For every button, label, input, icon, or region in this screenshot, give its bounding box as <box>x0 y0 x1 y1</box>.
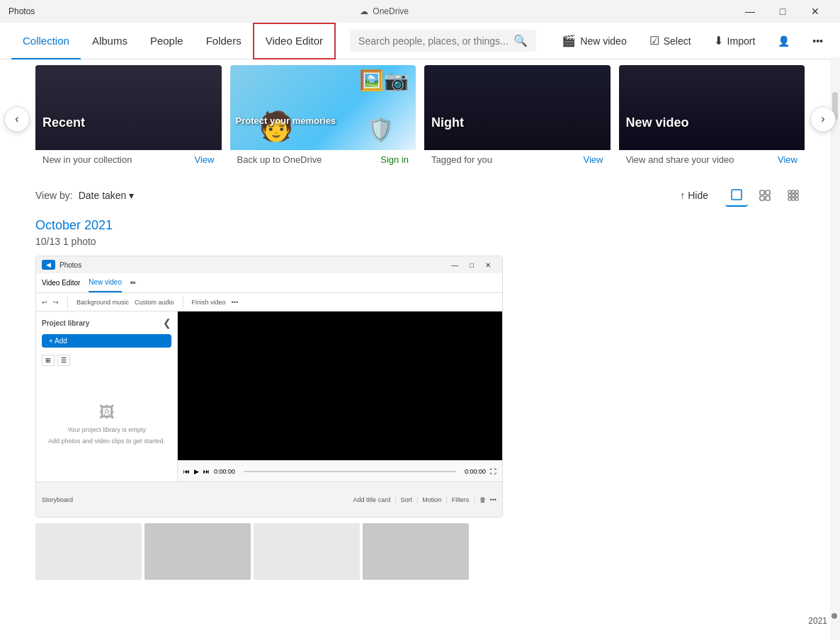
view-single-button[interactable] <box>725 184 748 207</box>
view-small-button[interactable] <box>782 184 805 207</box>
svg-rect-0 <box>732 190 742 200</box>
minimize-button[interactable]: — <box>734 0 766 23</box>
toolbar-row: View by: Date taken ▾ ↑ Hide <box>0 178 840 210</box>
prev-arrow[interactable]: ‹ <box>4 106 30 132</box>
ss-time-start: 0:00:00 <box>214 468 235 475</box>
svg-rect-6 <box>792 190 795 193</box>
card-subtitle-protect: Back up to OneDrive <box>237 154 322 165</box>
ss-add-title-card: Add title card <box>353 496 391 503</box>
date-info: 10/13 1 photo <box>35 236 805 247</box>
tab-albums[interactable]: Albums <box>81 23 139 59</box>
card-link-new-video[interactable]: View <box>778 154 798 165</box>
svg-rect-3 <box>760 196 764 200</box>
tab-video-editor[interactable]: Video Editor <box>253 23 336 59</box>
import-button[interactable]: ⬇ Import <box>708 31 761 50</box>
ss-more-icon: ••• <box>232 299 238 306</box>
featured-card-protect[interactable]: 🧑 🖼️📷 🛡️ Protect your memories Back up t… <box>230 65 416 178</box>
ss-storyboard-more: ••• <box>490 496 496 503</box>
screenshot-card: ◀ Photos — □ ✕ Video Editor New video ✏ … <box>35 256 503 518</box>
ss-delete-icon: 🗑 <box>479 496 486 503</box>
ss-empty-sub: Add photos and video clips to get starte… <box>48 438 165 445</box>
card-link-night[interactable]: View <box>584 154 603 165</box>
view-by-label: View by: <box>35 190 73 201</box>
ss-preview: ⏮ ▶ ⏭ 0:00:00 0:00:00 ⛶ <box>178 312 502 481</box>
featured-card-recent[interactable]: Recent New in your collection View <box>35 65 222 178</box>
year-dot <box>832 613 837 619</box>
shield-illustration: 🛡️ <box>366 116 395 143</box>
next-arrow[interactable]: › <box>810 106 836 132</box>
ss-back-btn: ◀ <box>42 260 55 270</box>
svg-rect-7 <box>795 190 798 193</box>
ss-skip-fwd-icon: ⏭ <box>203 468 210 475</box>
import-label: Import <box>727 35 756 47</box>
ss-body: Project library ❮ + Add ⊞ ☰ 🖼 Your proje… <box>36 312 502 481</box>
ss-time-end: 0:00:00 <box>465 468 486 475</box>
photo-thumb-3[interactable] <box>254 523 360 580</box>
title-bar: Photos ☁ OneDrive — □ ✕ <box>0 0 840 23</box>
month-label[interactable]: October 2021 <box>35 218 805 233</box>
card-subtitle-new-video: View and share your video <box>626 154 734 165</box>
ss-redo-icon: ↪ <box>53 299 59 306</box>
date-taken-select[interactable]: Date taken ▾ <box>79 190 135 201</box>
photo-thumb-1[interactable] <box>35 523 142 580</box>
svg-rect-10 <box>795 194 798 197</box>
tab-collection[interactable]: Collection <box>11 23 81 59</box>
photo-thumb-4[interactable] <box>363 523 469 580</box>
card-title-recent: Recent <box>42 115 85 130</box>
close-button[interactable]: ✕ <box>799 0 832 23</box>
svg-rect-8 <box>788 194 791 197</box>
svg-rect-9 <box>792 194 795 197</box>
photo-thumb-2[interactable] <box>144 523 251 580</box>
card-link-recent[interactable]: View <box>195 154 215 165</box>
ss-finish-video: Finish video <box>192 299 226 306</box>
title-bar-controls: — □ ✕ <box>734 0 832 23</box>
ss-video-preview <box>178 312 502 460</box>
more-button[interactable]: ••• <box>807 33 829 50</box>
ss-minimize: — <box>445 261 464 269</box>
ss-nav-video-editor: Video Editor <box>42 279 80 287</box>
account-icon: 👤 <box>778 35 790 47</box>
svg-rect-1 <box>760 190 764 195</box>
year-label: 2021 <box>808 616 827 626</box>
featured-card-night[interactable]: Night Tagged for you View <box>424 65 611 178</box>
new-video-label: New video <box>580 35 626 47</box>
select-icon: ☑ <box>649 34 659 47</box>
tab-people[interactable]: People <box>139 23 195 59</box>
ss-add-label: + Add <box>49 337 67 345</box>
maximize-button[interactable]: □ <box>766 0 799 23</box>
account-button[interactable]: 👤 <box>772 33 795 50</box>
featured-card-new-video[interactable]: New video View and share your video View <box>619 65 805 178</box>
search-bar[interactable]: 🔍 <box>350 30 536 52</box>
ss-sidebar-title: Project library <box>42 319 89 327</box>
tab-folders[interactable]: Folders <box>195 23 253 59</box>
ss-empty-state: 🖼 Your project library is empty Add phot… <box>42 372 171 476</box>
ss-sidebar: Project library ❮ + Add ⊞ ☰ 🖼 Your proje… <box>36 312 178 481</box>
ss-playback-controls: ⏮ ▶ ⏭ 0:00:00 0:00:00 ⛶ <box>178 460 502 481</box>
ss-empty-icon: 🖼 <box>99 404 115 422</box>
import-icon: ⬇ <box>714 34 723 47</box>
card-title-night: Night <box>431 115 464 130</box>
ss-edit-icon: ✏ <box>130 279 136 287</box>
ss-maximize: □ <box>464 261 479 269</box>
view-medium-button[interactable] <box>754 184 776 207</box>
svg-rect-12 <box>792 198 795 200</box>
select-button[interactable]: ☑ Select <box>644 31 697 50</box>
date-taken-label: Date taken <box>79 190 127 201</box>
new-video-button[interactable]: 🎬 New video <box>556 31 632 50</box>
ss-list-view: ☰ <box>57 355 70 366</box>
right-scrollbar[interactable] <box>830 57 840 640</box>
hide-button[interactable]: ↑ Hide <box>680 190 708 201</box>
onedrive-label: OneDrive <box>373 6 409 16</box>
ss-empty-label: Your project library is empty <box>67 426 146 433</box>
ss-storyboard-label: Storyboard <box>42 496 73 503</box>
hide-arrow-icon: ↑ <box>680 190 685 201</box>
ss-filters-label: Filters <box>452 496 470 503</box>
ss-sort-label: Sort <box>400 496 412 503</box>
card-link-protect[interactable]: Sign in <box>380 154 409 165</box>
onedrive-icon: ☁ <box>360 6 368 16</box>
ss-bg-music: Background music <box>76 299 129 306</box>
search-input[interactable] <box>358 35 508 47</box>
card-subtitle-recent: New in your collection <box>42 154 132 165</box>
ss-nav: Video Editor New video ✏ <box>36 273 502 293</box>
svg-rect-2 <box>766 190 770 195</box>
